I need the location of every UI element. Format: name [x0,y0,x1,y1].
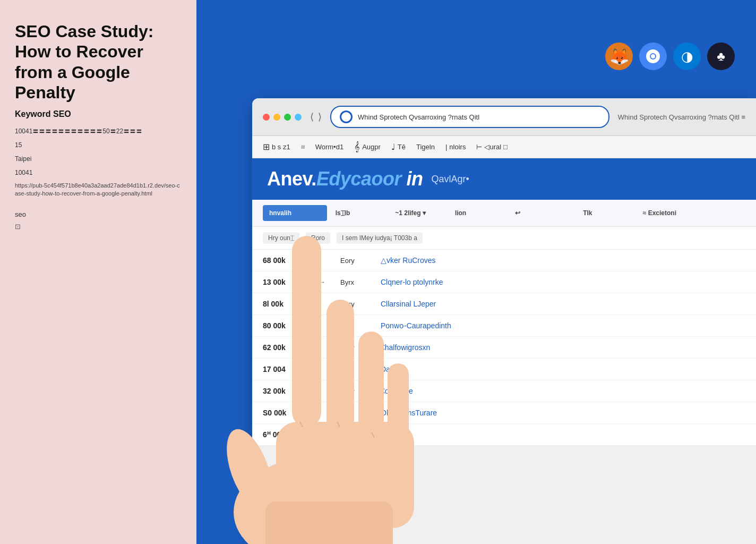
address-text: Whind Sprotech Qvsarroxing ?rnats Qitl [358,113,600,121]
col-header-1: hnvalih [263,205,327,221]
cell-tag-8: Nillv [340,409,372,417]
cell-name-4: Ponwᴏ-Caurapedinth [381,321,745,330]
nav-buttons: ⟨ ⟩ [310,111,322,123]
table-row: 32 00k • Bory €owerave [252,380,756,402]
cell-value-3: 8l 00k [263,300,311,308]
filter-2[interactable]: Roro [306,232,330,244]
cell-tag-3: Egry [340,300,372,308]
table-row: 68 00k • Eory △vker RuCroves [252,250,756,271]
te-label: Tē [398,143,406,151]
cell-arrow-4: • [319,322,332,329]
header-part3: in [406,168,423,190]
table-row: S0 00k • Nillv OhrepemsTurare [252,402,756,424]
cell-arrow-7: • [319,387,332,395]
cell-value-2: 13 00k [263,278,311,286]
col-header-4: lion [455,209,506,217]
tl-minimize[interactable] [273,114,280,121]
cell-tag-4: Bylg [340,322,372,330]
toolbar-extra-text: Whind Sprotech Qvsarroxing ?rnats Qitl ≡ [618,113,745,121]
col-header-2: ls⌶lb [336,209,387,217]
browser-icons-row: 🦊 ◑ ♣ [605,42,735,70]
tl-close[interactable] [263,114,270,121]
browser-chrome-bar: ⟨ ⟩ Whind Sprotech Qvsarroxing ?rnats Qi… [252,98,756,136]
page-url: https://pub-5c454f571b8e40a3a2aad27ade84… [15,182,182,198]
cell-arrow-9: • [319,431,332,438]
tag-icon: ⊡ [15,223,182,231]
cell-arrow-3: • [319,300,332,308]
toolbar2-item-augpr: 𝄞 Augpr [354,141,381,152]
toolbar2-item-tigeln: Tigeln [416,143,435,151]
page-header: Anev.Edycaoor in QavlAgr• [252,158,756,200]
toolbar2-separator: | nloirs [445,143,466,151]
meta-line-1: 10041〓〓〓〓〓〓〓〓〓〓〓50〓22〓〓〓 [15,126,182,136]
seo-tag: seo [15,210,182,218]
firefox-icon[interactable]: 🦊 [605,42,633,70]
cell-name-2: Clqner-lo ptolynrke [381,278,745,286]
cell-arrow-8: • [319,409,332,416]
cell-arrow-5: • [319,344,332,351]
cell-name-1: △vker RuCroves [381,256,745,265]
nloirs-label: nloirs [449,143,466,151]
page-header-subtitle: QavlAgr• [431,174,469,185]
cell-arrow-6: • [319,366,332,373]
meta-line-4: 10041 [15,168,182,177]
cell-tag-7: Bory [340,387,372,395]
cell-value-6: 17 004 [263,365,311,373]
toolbar2-icon-1: ⊞ [263,142,270,152]
filter-3[interactable]: I sem IMey iudya¡ T003b a [337,232,423,244]
music-icon: 𝄞 [354,141,360,152]
meta-line-2: 15 [15,140,182,150]
col-header-8: ≈ Excietoni [643,209,745,217]
nav-forward-icon[interactable]: ⟩ [318,111,322,123]
page-title: SEO Case Study: How to Recover from a Go… [15,21,182,103]
meta-city: Taipei [15,154,182,164]
col-header-5: ↩ [515,209,540,217]
toolbar2-item-te: ♩ Tē [391,142,406,152]
cell-name-3: Cllarsinal LJeper [381,300,745,308]
ural-icon: ⊢ [476,143,482,151]
cell-value-7: 32 00k [263,387,311,395]
right-panel: 🦊 ◑ ♣ ⟨ ⟩ [196,0,756,544]
table-row: 8l 00k • Egry Cllarsinal LJeper [252,293,756,315]
toolbar2-item-ural: ⊢ ◁ural □ [476,143,508,151]
col-header-7: Tlk [583,209,634,217]
te-icon: ♩ [391,142,396,152]
cell-name-7: €owerave [381,387,745,395]
cell-name-6: Dalywo [381,365,745,373]
table-row: 80 00k • Bylg Ponwᴏ-Caurapedinth [252,315,756,337]
cell-tag-6: Rylg [340,366,372,373]
cell-value-4: 80 00k [263,321,311,330]
left-panel: SEO Case Study: How to Recover from a Go… [0,0,196,544]
cell-name-8: OhrepemsTurare [381,409,745,417]
tl-extra [295,114,302,121]
table-row: 62 00k • Bury €halfowigrosxn [252,337,756,359]
nav-back-icon[interactable]: ⟨ [310,111,314,123]
toolbar2-item-2: ⌗ [301,143,305,151]
ural-box: □ [503,143,508,151]
keyword-subtitle: Keyword SEO [15,109,182,119]
tigeln-label: Tigeln [416,143,435,151]
edge-icon[interactable]: ◑ [673,42,701,70]
col-header-3: ~1 2lifeg ▾ [395,209,446,217]
svg-point-2 [651,54,655,58]
browser-window: ⟨ ⟩ Whind Sprotech Qvsarroxing ?rnats Qi… [252,98,756,544]
address-bar[interactable]: Whind Sprotech Qvsarroxing ?rnats Qitl [330,106,609,128]
page-header-title: Anev.Edycaoor in [267,168,423,190]
toolbar2-item-1: ⊞ b s z1 [263,142,290,152]
cell-tag-1: Eory [340,257,372,265]
cell-tag-2: Byrx [340,278,372,286]
table-row: 17 004 • Rylg Dalywo [252,359,756,380]
extension-icon[interactable]: ♣ [707,42,735,70]
table-row: 13 00k → Byrx Clqner-lo ptolynrke [252,271,756,293]
chrome-icon[interactable] [639,42,667,70]
toolbar2-label-1: b s z1 [272,143,290,151]
filter-row: Hry oun⌶ Roro I sem IMey iudya¡ T003b a [252,227,756,250]
tl-maximize[interactable] [284,114,291,121]
header-part2: Edycaoor [316,168,401,190]
address-circle-icon [340,110,353,123]
browser-toolbar-extra: Whind Sprotech Qvsarroxing ?rnats Qitl ≡ [618,113,745,121]
filter-1[interactable]: Hry oun⌶ [263,232,299,244]
cell-tag-5: Bury [340,344,372,352]
ural-label: ◁ural [484,143,501,151]
header-part1: Anev. [267,168,316,190]
